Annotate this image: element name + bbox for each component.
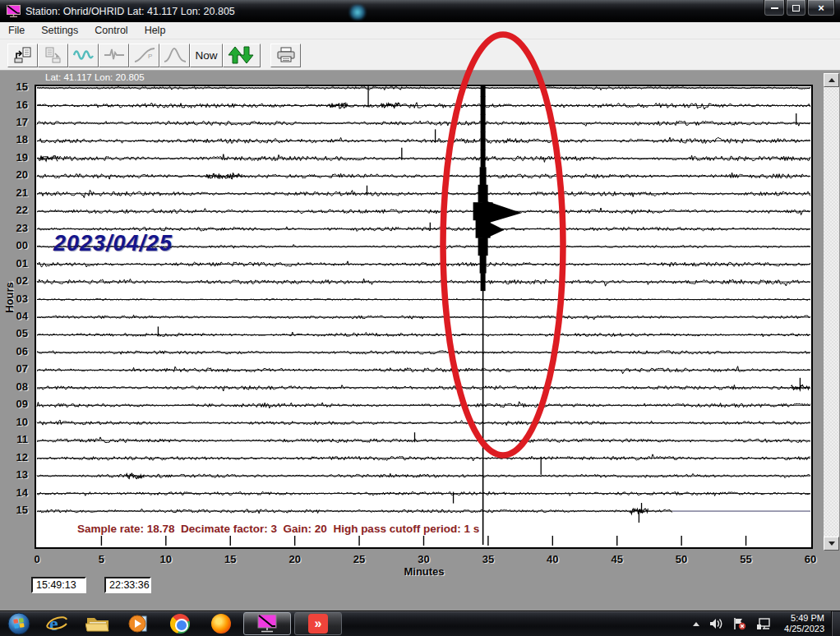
- hour-label: 07: [3, 362, 28, 375]
- print-button[interactable]: [270, 44, 301, 67]
- media-player-icon: [128, 613, 150, 634]
- hour-label: 06: [3, 345, 28, 357]
- seismograph-app-taskbar-button-active[interactable]: [243, 612, 291, 635]
- clock-time: 5:49 PM: [784, 613, 824, 624]
- action-center-flag-icon: [732, 617, 746, 630]
- minute-label: 0: [23, 553, 51, 565]
- window-title: Station: Ohrid/OHRID Lat: 41.117 Lon: 20…: [25, 6, 235, 17]
- firefox-button[interactable]: [209, 612, 233, 635]
- hour-label: 16: [3, 99, 28, 111]
- minute-label: 15: [216, 553, 244, 565]
- chrome-icon: [170, 614, 190, 634]
- system-tray: 5:49 PM 4/25/2023: [688, 611, 840, 636]
- up-down-arrows-icon: [225, 45, 258, 65]
- start-button[interactable]: [7, 612, 31, 635]
- show-desktop-button[interactable]: [831, 611, 840, 636]
- minute-label: 45: [603, 553, 631, 565]
- speaker-icon: [709, 618, 722, 629]
- bandpass-filter-button-disabled[interactable]: [159, 44, 190, 67]
- internet-explorer-icon: e: [45, 613, 68, 634]
- hour-label: 08: [3, 380, 28, 393]
- vertical-scrollbar[interactable]: [824, 73, 839, 551]
- hour-label: 17: [3, 116, 28, 128]
- menubar: FileSettingsControlHelp: [0, 22, 840, 39]
- hour-label: 09: [3, 398, 28, 410]
- taskbar: e »: [0, 611, 840, 636]
- minute-label: 40: [538, 553, 566, 565]
- action-center-button[interactable]: [732, 617, 746, 630]
- hour-label: 18: [3, 133, 28, 145]
- scroll-up-down-button[interactable]: [223, 44, 261, 67]
- minimize-button[interactable]: [764, 0, 785, 16]
- minute-label: 60: [796, 553, 824, 565]
- current-time-field[interactable]: 15:49:13: [31, 577, 86, 593]
- menu-item-help[interactable]: Help: [136, 22, 174, 39]
- window-controls: ×: [763, 0, 835, 16]
- menu-item-settings[interactable]: Settings: [33, 22, 86, 39]
- hour-label: 01: [3, 257, 28, 270]
- menu-item-file[interactable]: File: [0, 22, 33, 39]
- copy-button-disabled[interactable]: [38, 44, 68, 67]
- clock-date: 4/25/2023: [784, 624, 824, 634]
- waveform-icon: [73, 47, 95, 63]
- hour-label: 13: [3, 468, 28, 481]
- hour-label: 05: [3, 327, 28, 339]
- helicorder-plot[interactable]: 2023/04/25 Sample rate: 18.78 Decimate f…: [35, 85, 813, 549]
- highpass-filter-button-disabled[interactable]: P: [129, 44, 159, 67]
- minute-label: 55: [732, 553, 760, 565]
- scrollbar-down-button[interactable]: [824, 537, 839, 551]
- open-file-button[interactable]: [7, 44, 38, 67]
- volume-button[interactable]: [709, 618, 722, 629]
- toolbar: P Now: [0, 39, 840, 71]
- windows-start-icon: [7, 612, 30, 635]
- printer-icon: [276, 47, 296, 63]
- screen: Station: Ohrid/OHRID Lat: 41.117 Lon: 20…: [0, 0, 840, 636]
- trace-button-disabled[interactable]: [99, 44, 129, 67]
- file-explorer-button[interactable]: [85, 612, 110, 635]
- close-button[interactable]: ×: [807, 0, 835, 16]
- restore-button[interactable]: [786, 0, 806, 16]
- chevron-up-icon: [693, 622, 699, 626]
- media-player-button[interactable]: [127, 612, 151, 635]
- waveform-view-button[interactable]: [68, 44, 99, 67]
- network-button[interactable]: [756, 618, 771, 630]
- hours-axis-title: Hours: [3, 273, 16, 322]
- minute-label: 10: [152, 553, 180, 565]
- svg-text:e: e: [49, 613, 58, 634]
- copy-grayed-icon: [44, 47, 62, 63]
- minute-label: 25: [345, 553, 373, 565]
- minute-label: 5: [87, 553, 115, 565]
- hour-label: 15: [3, 81, 28, 93]
- open-file-icon: [14, 47, 32, 63]
- now-button[interactable]: Now: [190, 44, 223, 67]
- date-annotation: 2023/04/25: [53, 231, 173, 256]
- event-time-field[interactable]: 22:33:36: [104, 577, 151, 593]
- app-seismograph-icon: [7, 5, 21, 17]
- anydesk-icon: »: [308, 614, 328, 634]
- scrollbar-up-button[interactable]: [824, 73, 839, 87]
- anydesk-taskbar-button[interactable]: »: [294, 612, 342, 635]
- filter-p-label: P: [148, 53, 152, 60]
- hour-label: 00: [3, 239, 28, 251]
- network-icon: [756, 618, 771, 630]
- tray-clock[interactable]: 5:49 PM 4/25/2023: [784, 613, 824, 634]
- internet-explorer-button[interactable]: e: [44, 612, 69, 635]
- filter-curve-icon: P: [133, 46, 156, 64]
- minute-label: 30: [410, 553, 438, 565]
- chrome-button[interactable]: [168, 612, 192, 635]
- hour-label: 10: [3, 416, 28, 428]
- hidden-icons-button[interactable]: [693, 622, 699, 626]
- minute-label: 20: [281, 553, 309, 565]
- minutes-axis-title: Minutes: [395, 565, 453, 578]
- hour-label: 14: [3, 486, 28, 499]
- scroll-up-icon: [828, 78, 835, 82]
- minute-label: 50: [667, 553, 695, 565]
- menu-item-control[interactable]: Control: [86, 22, 136, 39]
- glass-reflection: [348, 5, 367, 20]
- titlebar: Station: Ohrid/OHRID Lat: 41.117 Lon: 20…: [0, 0, 840, 22]
- seismograph-app-icon: [256, 614, 278, 634]
- hour-label: 21: [3, 187, 28, 199]
- firefox-icon: [211, 614, 231, 634]
- hour-label: 22: [3, 204, 28, 216]
- minimize-icon: [771, 7, 778, 9]
